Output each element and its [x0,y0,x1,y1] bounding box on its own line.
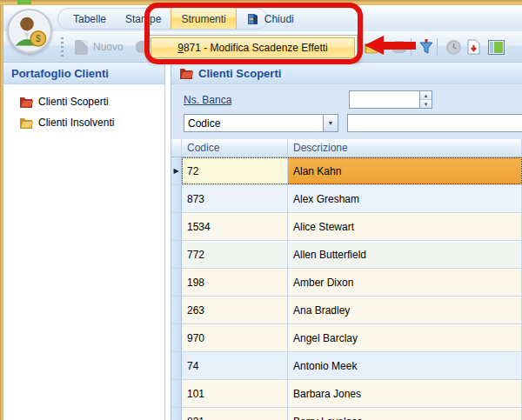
row-indicator: ▶ [171,157,182,185]
row-indicator [171,380,182,408]
current-row-marker-icon: ▶ [173,167,178,175]
menu-tab-group: Tabelle Stampe Strumenti Chiudi [57,8,268,30]
table-row[interactable]: 970 Angel Barclay [171,324,522,352]
row-indicator [171,324,182,352]
window-titlebar-fragment [17,0,31,4]
cell-codice[interactable]: 101 [182,380,288,408]
export-button[interactable] [462,36,485,58]
cell-codice[interactable]: 873 [182,185,288,213]
sidebar-title: Portafoglio Clienti [11,67,109,80]
ns-banca-link[interactable]: Ns. Banca [184,94,231,106]
new-document-icon [75,40,88,55]
clock-icon [445,39,462,56]
open-folder-icon [364,41,378,54]
menu-item-accelerator: 9 [177,42,184,54]
table-row[interactable]: 74 Antonio Meek [171,352,522,380]
ns-banca-spinner: ▲ ▼ [419,91,432,108]
window-preview-button[interactable] [483,36,510,58]
row-indicator [171,408,182,420]
table-header-row: Codice Descrizione [171,139,522,157]
yellow-folder-icon [19,117,33,129]
main-panel: Clienti Scoperti Ns. Banca ▲ ▼ Codice ▼ [171,63,522,420]
red-folder-icon [19,96,33,108]
chevron-down-icon[interactable]: ▼ [323,115,338,131]
column-header-descrizione[interactable]: Descrizione [288,139,522,157]
cell-codice[interactable]: 74 [182,352,288,380]
application-window: Tabelle Stampe Strumenti Chiudi [0,0,522,420]
toolbar-separator [411,38,412,56]
row-indicator [171,269,182,297]
cell-descrizione[interactable]: Angel Barclay [288,324,522,352]
filter-bar: Ns. Banca ▲ ▼ Codice ▼ [171,84,522,139]
toolbar-grip[interactable] [61,37,64,57]
window-preview-icon [488,40,505,55]
cell-descrizione[interactable]: Alan Kahn [288,157,522,185]
person-moneybag-icon: $ [9,10,50,52]
table-row[interactable]: 873 Alex Gresham [171,185,522,213]
column-header-codice[interactable]: Codice [182,139,288,157]
open-folder-button[interactable] [358,36,384,58]
tab-chiudi-label: Chiudi [264,13,294,25]
tab-tabelle[interactable]: Tabelle [64,9,116,29]
cell-descrizione[interactable]: Ana Bradley [288,297,522,324]
menu-item-label: 871 - Modifica Scadenze Effetti [184,42,328,54]
cell-descrizione[interactable]: Barry Lovelace [288,408,522,420]
tab-stampe-label: Stampe [125,13,161,25]
table-row[interactable]: 1534 Alice Stewart [171,213,522,241]
table-row[interactable]: 198 Amber Dixon [171,269,522,297]
cell-codice[interactable]: 772 [182,241,288,269]
toolbar-separator-2 [437,38,438,56]
table-row[interactable]: 101 Barbara Jones [171,380,522,408]
red-folder-icon [179,67,193,79]
cell-descrizione[interactable]: Alex Gresham [288,185,522,213]
cell-codice[interactable]: 263 [182,297,288,324]
tab-strumenti-label: Strumenti [181,13,225,25]
nuovo-button-label: Nuovo [93,41,124,53]
row-indicator-header [171,139,182,157]
tab-chiudi[interactable]: Chiudi [237,9,304,29]
row-indicator [171,352,182,380]
sidebar-item-label: Clienti Scoperti [38,96,109,108]
sidebar: Portafoglio Clienti Clienti Scoperti [3,63,165,420]
spinner-up-icon[interactable]: ▲ [420,91,432,100]
table-row[interactable]: ▶ 72 Alan Kahn [171,157,522,185]
cell-codice[interactable]: 1534 [182,213,288,241]
cell-codice[interactable]: 970 [182,324,288,352]
table-row[interactable]: 772 Allen Butterfield [171,241,522,269]
tab-tabelle-label: Tabelle [73,13,106,25]
ns-banca-field: ▲ ▼ [349,90,432,109]
disabled-tool-button-2[interactable] [386,36,412,58]
svg-text:$: $ [36,34,41,43]
tab-strumenti[interactable]: Strumenti [171,7,236,29]
application-menu-button[interactable]: $ [7,9,52,54]
combobox-value: Codice [184,117,323,130]
export-document-icon [467,39,480,55]
cell-descrizione[interactable]: Allen Butterfield [288,241,522,269]
menu-item-modifica-scadenze-effetti[interactable]: 9871 - Modifica Scadenze Effetti [151,37,355,58]
cell-descrizione[interactable]: Alice Stewart [288,213,522,241]
spinner-down-icon[interactable]: ▼ [420,100,432,108]
nuovo-button[interactable]: Nuovo [70,36,129,58]
menu-bar: Tabelle Stampe Strumenti Chiudi [3,5,522,31]
search-input[interactable] [348,115,522,131]
table-row[interactable]: 831 Barry Lovelace [171,408,522,420]
tab-stampe[interactable]: Stampe [116,9,171,29]
table-row[interactable]: 263 Ana Bradley [171,297,522,324]
cell-descrizione[interactable]: Barbara Jones [288,380,522,408]
clienti-table: Codice Descrizione ▶ 72 Alan Kahn 873 Al… [171,139,522,420]
row-indicator [171,185,182,213]
cell-descrizione[interactable]: Antonio Meek [288,352,522,380]
filter-button[interactable] [414,36,438,58]
cell-codice[interactable]: 72 [182,157,288,185]
search-column-combobox[interactable]: Codice ▼ [184,114,338,132]
cell-codice[interactable]: 831 [182,408,288,420]
ns-banca-input[interactable] [350,91,419,108]
sidebar-header: Portafoglio Clienti [3,63,164,84]
cell-descrizione[interactable]: Amber Dixon [288,269,522,297]
main-title: Clienti Scoperti [198,67,281,80]
main-header: Clienti Scoperti [171,63,522,84]
sidebar-item-clienti-insolventi[interactable]: Clienti Insolventi [19,112,164,133]
disabled-tool-icon-2 [392,41,407,53]
cell-codice[interactable]: 198 [182,269,288,297]
sidebar-item-clienti-scoperti[interactable]: Clienti Scoperti [19,91,164,112]
